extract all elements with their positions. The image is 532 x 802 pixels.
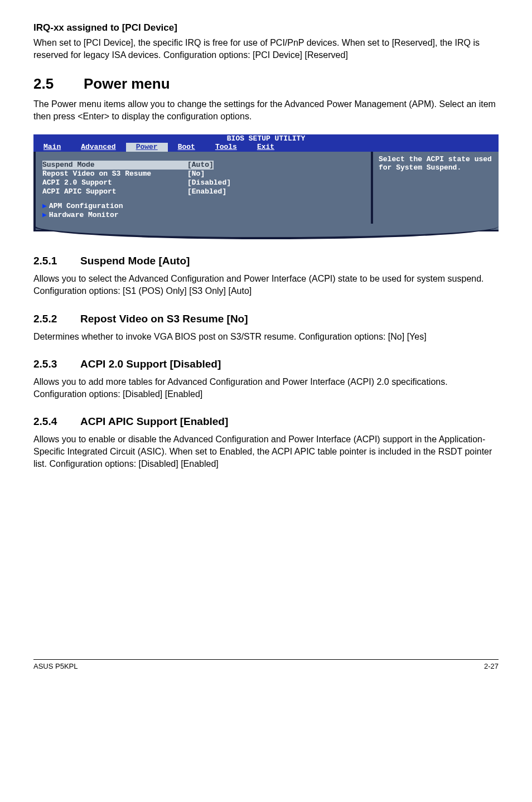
para-2-5-3: Allows you to add more tables for Advanc…	[33, 376, 499, 400]
bios-left-pane: Suspend Mode [Auto] Repost Video on S3 R…	[36, 152, 373, 230]
bios-val-suspend: [Auto]	[187, 161, 214, 170]
bios-label-repost: Repost Video on S3 Resume	[42, 170, 187, 178]
bios-label-acpi20: ACPI 2.0 Support	[42, 178, 187, 187]
heading-irq: IRQ-xx assigned to [PCI Device]	[33, 22, 499, 33]
bios-val-acpi20: [Disabled]	[187, 178, 231, 187]
bios-val-repost: [No]	[187, 170, 205, 178]
heading-2-5-title: Power menu	[84, 75, 170, 92]
bios-sub-apm[interactable]: ▶ APM Configuration	[42, 202, 364, 211]
footer-left: ASUS P5KPL	[33, 662, 78, 670]
bios-tab-advanced[interactable]: Advanced	[71, 143, 125, 152]
bios-row-apic[interactable]: ACPI APIC Support [Enabled]	[42, 187, 364, 196]
triangle-right-icon: ▶	[42, 202, 47, 211]
triangle-right-icon: ▶	[42, 211, 47, 220]
bios-submenus: ▶ APM Configuration ▶ Hardware Monitor	[42, 202, 364, 220]
para-2-5-2: Determines whether to invoke VGA BIOS po…	[33, 331, 499, 343]
bios-tab-boot[interactable]: Boot	[168, 143, 205, 152]
footer-right: 2-27	[484, 662, 499, 670]
bios-row-suspend[interactable]: Suspend Mode [Auto]	[42, 161, 364, 170]
bios-body: Suspend Mode [Auto] Repost Video on S3 R…	[33, 152, 499, 232]
bios-bottom-curve	[33, 231, 499, 239]
para-2-5-4: Allows you to enable or disable the Adva…	[33, 433, 499, 470]
bios-title: BIOS SETUP UTILITY	[33, 134, 499, 143]
heading-2-5-1-title: Suspend Mode [Auto]	[80, 255, 190, 267]
heading-2-5-4-title: ACPI APIC Support [Enabled]	[80, 416, 228, 427]
bios-tab-power[interactable]: Power	[126, 143, 168, 152]
heading-2-5-2: 2.5.2Repost Video on S3 Resume [No]	[33, 313, 499, 325]
bios-row-repost[interactable]: Repost Video on S3 Resume [No]	[42, 170, 364, 178]
bios-tab-main[interactable]: Main	[33, 143, 71, 152]
bios-help-pane: Select the ACPI state used for System Su…	[373, 152, 499, 230]
heading-2-5-3-num: 2.5.3	[33, 358, 80, 370]
bios-label-apic: ACPI APIC Support	[42, 187, 187, 196]
page-footer: ASUS P5KPL 2-27	[33, 659, 499, 670]
para-2-5: The Power menu items allow you to change…	[33, 98, 499, 122]
bios-help-text: Select the ACPI state used for System Su…	[379, 155, 493, 172]
bios-screenshot: BIOS SETUP UTILITY Main Advanced Power B…	[33, 134, 499, 239]
heading-2-5-num: 2.5	[33, 75, 84, 93]
heading-2-5-2-num: 2.5.2	[33, 313, 80, 325]
bios-tab-tools[interactable]: Tools	[205, 143, 247, 152]
bios-label-suspend: Suspend Mode	[42, 161, 187, 170]
bios-sub-hw[interactable]: ▶ Hardware Monitor	[42, 211, 364, 220]
bios-sub-hw-label: Hardware Monitor	[49, 211, 119, 220]
heading-2-5: 2.5Power menu	[33, 75, 499, 93]
bios-tab-bar: Main Advanced Power Boot Tools Exit	[33, 143, 499, 152]
bios-tab-exit[interactable]: Exit	[247, 143, 284, 152]
para-2-5-1b: Configuration options: [S1 (POS) Only] […	[33, 285, 499, 297]
para-irq: When set to [PCI Device], the specific I…	[33, 37, 499, 61]
heading-2-5-4: 2.5.4ACPI APIC Support [Enabled]	[33, 416, 499, 428]
heading-2-5-3: 2.5.3ACPI 2.0 Support [Disabled]	[33, 358, 499, 370]
bios-sub-apm-label: APM Configuration	[49, 202, 123, 211]
bios-val-apic: [Enabled]	[187, 187, 226, 196]
heading-2-5-4-num: 2.5.4	[33, 416, 80, 428]
heading-2-5-2-title: Repost Video on S3 Resume [No]	[80, 313, 248, 325]
bios-row-acpi20[interactable]: ACPI 2.0 Support [Disabled]	[42, 178, 364, 187]
heading-2-5-1-num: 2.5.1	[33, 255, 80, 267]
heading-2-5-1: 2.5.1Suspend Mode [Auto]	[33, 255, 499, 267]
heading-2-5-3-title: ACPI 2.0 Support [Disabled]	[80, 358, 221, 370]
para-2-5-1a: Allows you to select the Advanced Config…	[33, 273, 499, 285]
